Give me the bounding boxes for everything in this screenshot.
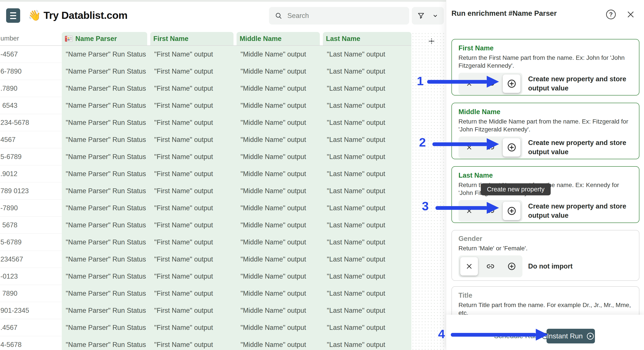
table-cell-first-name[interactable]: "First Name" output — [150, 221, 236, 229]
table-cell-first-name[interactable]: "First Name" output — [150, 102, 236, 110]
row-number-cell[interactable]: .7890 — [0, 80, 62, 97]
skip-option[interactable] — [458, 136, 480, 158]
table-cell-name-parser[interactable]: "Name Parser" Run Status — [62, 153, 150, 161]
table-row[interactable]: "Name Parser" Run Status"First Name" out… — [62, 182, 411, 200]
table-cell-last-name[interactable]: "Last Name" output — [323, 272, 411, 280]
row-number-cell[interactable]: 4567 — [0, 131, 62, 148]
create-property-option[interactable] — [503, 138, 520, 156]
table-cell-name-parser[interactable]: "Name Parser" Run Status — [62, 102, 150, 110]
row-number-cell[interactable]: 5678 — [0, 216, 62, 234]
table-cell-name-parser[interactable]: "Name Parser" Run Status — [62, 204, 150, 212]
table-cell-first-name[interactable]: "First Name" output — [150, 68, 236, 75]
table-cell-middle-name[interactable]: "Middle Name" output — [236, 153, 323, 161]
table-cell-first-name[interactable]: "First Name" output — [150, 290, 236, 298]
row-number-cell[interactable]: 789 0123 — [0, 182, 62, 200]
row-number-cell[interactable]: .4567 — [0, 319, 62, 336]
table-cell-name-parser[interactable]: "Name Parser" Run Status — [62, 68, 150, 75]
column-header-first-name[interactable]: First Name — [150, 32, 234, 46]
table-cell-last-name[interactable]: "Last Name" output — [323, 238, 411, 246]
table-cell-last-name[interactable]: "Last Name" output — [323, 84, 411, 92]
table-cell-last-name[interactable]: "Last Name" output — [323, 136, 411, 144]
row-number-cell[interactable]: -0123 — [0, 268, 62, 285]
table-row[interactable]: "Name Parser" Run Status"First Name" out… — [62, 46, 411, 63]
table-cell-last-name[interactable]: "Last Name" output — [323, 256, 411, 263]
map-property-option[interactable] — [480, 256, 501, 277]
skip-option[interactable] — [458, 73, 480, 94]
skip-option[interactable] — [460, 257, 478, 276]
table-cell-last-name[interactable]: "Last Name" output — [323, 102, 411, 110]
column-header-middle-name[interactable]: Middle Name — [236, 32, 320, 46]
table-cell-first-name[interactable]: "First Name" output — [150, 204, 236, 212]
table-cell-last-name[interactable]: "Last Name" output — [323, 324, 411, 332]
row-number-cell[interactable]: 4-5678 — [0, 336, 62, 350]
table-cell-last-name[interactable]: "Last Name" output — [323, 290, 411, 298]
table-cell-name-parser[interactable]: "Name Parser" Run Status — [62, 50, 150, 58]
table-row[interactable]: "Name Parser" Run Status"First Name" out… — [62, 114, 411, 131]
table-cell-last-name[interactable]: "Last Name" output — [323, 187, 411, 195]
table-cell-first-name[interactable]: "First Name" output — [150, 50, 236, 58]
table-cell-middle-name[interactable]: "Middle Name" output — [236, 68, 323, 75]
table-cell-first-name[interactable]: "First Name" output — [150, 238, 236, 246]
table-cell-middle-name[interactable]: "Middle Name" output — [236, 136, 323, 144]
table-cell-middle-name[interactable]: "Middle Name" output — [236, 119, 323, 126]
table-cell-middle-name[interactable]: "Middle Name" output — [236, 221, 323, 229]
table-cell-middle-name[interactable]: "Middle Name" output — [236, 324, 323, 332]
row-number-cell[interactable]: 234-5678 — [0, 114, 62, 131]
row-number-cell[interactable]: 6-7890 — [0, 63, 62, 80]
table-cell-first-name[interactable]: "First Name" output — [150, 136, 236, 144]
table-cell-last-name[interactable]: "Last Name" output — [323, 170, 411, 178]
table-row[interactable]: "Name Parser" Run Status"First Name" out… — [62, 234, 411, 251]
table-cell-name-parser[interactable]: "Name Parser" Run Status — [62, 119, 150, 126]
table-cell-middle-name[interactable]: "Middle Name" output — [236, 84, 323, 92]
table-row[interactable]: "Name Parser" Run Status"First Name" out… — [62, 302, 411, 319]
row-number-cell[interactable]: 7890 — [0, 285, 62, 302]
instant-run-button[interactable]: Instant Run — [546, 329, 595, 344]
table-cell-middle-name[interactable]: "Middle Name" output — [236, 170, 323, 178]
table-cell-name-parser[interactable]: "Name Parser" Run Status — [62, 187, 150, 195]
table-row[interactable]: "Name Parser" Run Status"First Name" out… — [62, 336, 411, 350]
table-cell-name-parser[interactable]: "Name Parser" Run Status — [62, 221, 150, 229]
table-cell-last-name[interactable]: "Last Name" output — [323, 68, 411, 75]
table-row[interactable]: "Name Parser" Run Status"First Name" out… — [62, 97, 411, 114]
table-cell-name-parser[interactable]: "Name Parser" Run Status — [62, 84, 150, 92]
column-header-number[interactable]: umber — [0, 34, 19, 42]
create-property-option[interactable] — [501, 256, 522, 277]
chevron-down-icon[interactable] — [432, 12, 438, 19]
create-property-option[interactable] — [503, 74, 520, 93]
table-row[interactable]: "Name Parser" Run Status"First Name" out… — [62, 319, 411, 336]
row-number-cell[interactable]: 5-6789 — [0, 234, 62, 251]
table-cell-middle-name[interactable]: "Middle Name" output — [236, 341, 323, 349]
table-row[interactable]: "Name Parser" Run Status"First Name" out… — [62, 200, 411, 216]
table-cell-last-name[interactable]: "Last Name" output — [323, 50, 411, 58]
table-cell-name-parser[interactable]: "Name Parser" Run Status — [62, 272, 150, 280]
table-cell-last-name[interactable]: "Last Name" output — [323, 204, 411, 212]
close-panel-button[interactable] — [626, 10, 635, 19]
row-number-cell[interactable]: 6543 — [0, 97, 62, 114]
row-number-cell[interactable]: 901-2345 — [0, 302, 62, 319]
table-cell-first-name[interactable]: "First Name" output — [150, 170, 236, 178]
table-cell-middle-name[interactable]: "Middle Name" output — [236, 290, 323, 298]
table-cell-first-name[interactable]: "First Name" output — [150, 307, 236, 314]
table-row[interactable]: "Name Parser" Run Status"First Name" out… — [62, 131, 411, 148]
skip-option[interactable] — [458, 200, 480, 222]
table-row[interactable]: "Name Parser" Run Status"First Name" out… — [62, 216, 411, 234]
row-number-cell[interactable]: 234567 — [0, 251, 62, 268]
search-input[interactable]: Search — [269, 7, 409, 24]
table-row[interactable]: "Name Parser" Run Status"First Name" out… — [62, 80, 411, 97]
table-cell-name-parser[interactable]: "Name Parser" Run Status — [62, 238, 150, 246]
table-row[interactable]: "Name Parser" Run Status"First Name" out… — [62, 268, 411, 285]
column-header-name-parser[interactable]: Name Parser — [62, 32, 147, 46]
table-cell-first-name[interactable]: "First Name" output — [150, 341, 236, 349]
table-row[interactable]: "Name Parser" Run Status"First Name" out… — [62, 63, 411, 80]
table-row[interactable]: "Name Parser" Run Status"First Name" out… — [62, 285, 411, 302]
table-cell-last-name[interactable]: "Last Name" output — [323, 307, 411, 314]
table-cell-name-parser[interactable]: "Name Parser" Run Status — [62, 290, 150, 298]
table-cell-last-name[interactable]: "Last Name" output — [323, 119, 411, 126]
row-number-cell[interactable]: -7890 — [0, 200, 62, 216]
table-cell-name-parser[interactable]: "Name Parser" Run Status — [62, 341, 150, 349]
menu-button[interactable] — [6, 8, 20, 23]
table-cell-first-name[interactable]: "First Name" output — [150, 324, 236, 332]
table-row[interactable]: "Name Parser" Run Status"First Name" out… — [62, 165, 411, 182]
help-button[interactable]: ? — [606, 10, 616, 19]
table-cell-last-name[interactable]: "Last Name" output — [323, 341, 411, 349]
